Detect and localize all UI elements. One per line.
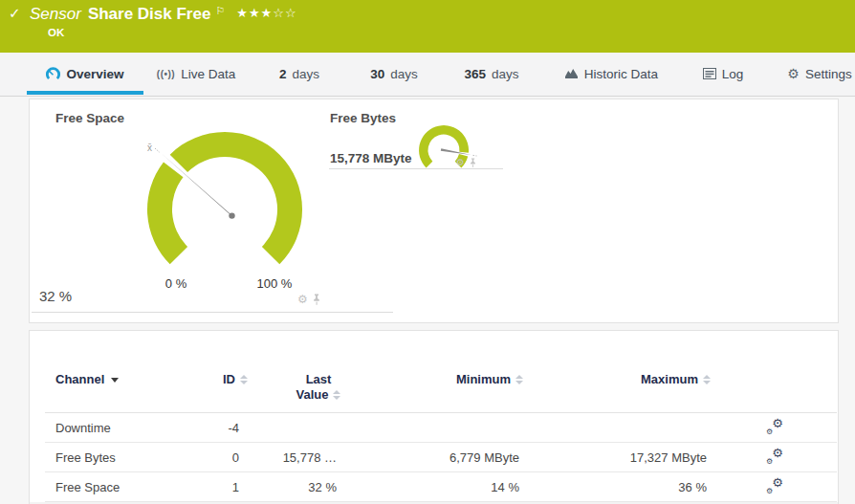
divider — [32, 312, 393, 313]
channel-last-value — [241, 413, 337, 443]
tab-overview[interactable]: Overview — [27, 53, 143, 95]
tab-live-data[interactable]: ((•)) Live Data — [153, 53, 239, 95]
gauge-needle — [161, 153, 233, 218]
tab-historic-data[interactable]: Historic Data — [560, 53, 662, 95]
column-header-last-value[interactable]: Last Value — [280, 372, 357, 403]
channel-minimum: 6,779 MByte — [405, 443, 519, 472]
widget-toolbar: ⚙ — [456, 158, 477, 167]
divider — [329, 168, 503, 169]
free-space-gauge: x̄ — [147, 132, 302, 264]
channel-name: Free Bytes — [55, 443, 116, 472]
active-tab-underline — [27, 91, 143, 95]
sort-icon — [703, 375, 711, 384]
channels-table-panel: Channel ID Last Value Minimum Maximum Do… — [29, 330, 839, 504]
channel-settings-icon[interactable]: ⚙⚙ — [766, 479, 783, 495]
channel-id: 0 — [164, 443, 239, 472]
sensor-title-line: Sensor Share Disk Free ⚐ ★★★☆☆ — [30, 4, 297, 25]
tab-30-days[interactable]: 30 days — [366, 53, 422, 95]
free-bytes-title: Free Bytes — [330, 111, 396, 125]
channel-last-value: 32 % — [241, 472, 337, 502]
sensor-status-header: ✓ Sensor Share Disk Free ⚐ ★★★☆☆ OK — [0, 0, 855, 53]
flag-icon[interactable]: ⚐ — [215, 5, 225, 17]
gear-icon[interactable]: ⚙ — [297, 294, 308, 305]
column-header-id[interactable]: ID — [164, 372, 248, 387]
tab-log[interactable]: Log — [699, 53, 747, 95]
sort-desc-icon — [111, 378, 119, 383]
average-marker: x̄ — [147, 142, 152, 153]
channel-name: Free Space — [55, 472, 120, 502]
free-space-title: Free Space — [55, 111, 124, 125]
gear-icon: ⚙ — [787, 67, 800, 80]
tab-bar: Overview ((•)) Live Data 2 days 30 days … — [0, 53, 855, 97]
pin-icon[interactable] — [312, 294, 321, 305]
log-list-icon — [703, 68, 716, 79]
sort-icon — [515, 375, 523, 384]
column-header-channel[interactable]: Channel — [55, 372, 119, 387]
tab-settings[interactable]: ⚙ Settings — [786, 53, 853, 95]
channel-id: 1 — [164, 472, 239, 502]
sort-icon — [240, 375, 248, 384]
channel-name: Downtime — [55, 413, 111, 443]
chart-icon — [564, 68, 579, 79]
channel-last-value: 15,778 … — [241, 443, 337, 472]
channel-minimum: 14 % — [405, 472, 519, 502]
gauge-min-label: 0 % — [152, 276, 200, 291]
object-kind-label: Sensor — [30, 4, 81, 25]
widget-toolbar: ⚙ — [297, 294, 321, 305]
column-header-minimum[interactable]: Minimum — [408, 372, 523, 387]
sort-icon — [333, 390, 340, 400]
tab-2-days[interactable]: 2 days — [275, 53, 323, 95]
gear-icon[interactable]: ⚙ — [456, 158, 465, 167]
free-space-value: 32 % — [39, 288, 72, 304]
gauge-icon — [46, 67, 60, 80]
tab-365-days[interactable]: 365 days — [460, 53, 523, 95]
priority-stars[interactable]: ★★★☆☆ — [236, 6, 296, 20]
channel-settings-icon[interactable]: ⚙⚙ — [766, 420, 783, 436]
gauge-needle — [441, 148, 471, 155]
column-header-maximum[interactable]: Maximum — [596, 372, 711, 387]
channel-maximum — [592, 413, 707, 443]
status-badge: OK — [48, 27, 64, 38]
gauges-panel: x̄ Free Space 0 % 100 % 32 % ⚙ Free Byte… — [29, 99, 839, 323]
channel-minimum — [405, 413, 519, 443]
free-bytes-value: 15,778 MByte — [330, 151, 412, 165]
pin-icon[interactable] — [469, 158, 477, 167]
live-signal-icon: ((•)) — [157, 69, 175, 79]
ok-check-icon: ✓ — [9, 5, 21, 22]
channel-settings-icon[interactable]: ⚙⚙ — [766, 449, 783, 466]
channel-maximum: 17,327 MByte — [592, 443, 707, 472]
gauge-max-label: 100 % — [242, 276, 307, 291]
channel-maximum: 36 % — [592, 472, 707, 502]
sensor-name: Share Disk Free — [88, 4, 211, 25]
channel-id: -4 — [164, 413, 239, 443]
